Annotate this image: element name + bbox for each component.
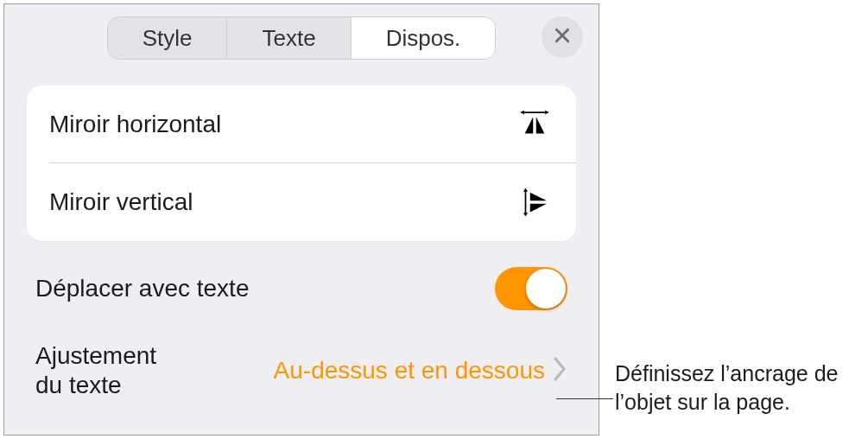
- close-icon: [554, 27, 571, 48]
- mirror-vertical-icon: [516, 184, 554, 220]
- move-with-text-row: Déplacer avec texte: [4, 241, 599, 315]
- callout-text: Définissez l’ancrage de l’objet sur la p…: [615, 359, 865, 416]
- mirror-horizontal-icon: [516, 106, 554, 143]
- tab-text[interactable]: Texte: [227, 17, 351, 59]
- text-wrap-label: Ajustement du texte: [35, 341, 200, 399]
- chevron-right-icon: [552, 356, 567, 385]
- text-wrap-value: Au-dessus et en dessous: [200, 357, 552, 385]
- mirror-card: Miroir horizontal Miroir vertical: [27, 86, 576, 241]
- toggle-knob: [526, 269, 566, 309]
- panel-header: Style Texte Dispos.: [4, 4, 599, 68]
- close-button[interactable]: [542, 16, 583, 58]
- mirror-horizontal-row[interactable]: Miroir horizontal: [27, 86, 576, 163]
- mirror-vertical-label: Miroir vertical: [49, 188, 193, 216]
- mirror-vertical-row[interactable]: Miroir vertical: [27, 163, 576, 241]
- tab-style[interactable]: Style: [108, 17, 228, 59]
- svg-marker-9: [530, 204, 547, 213]
- segmented-control: Style Texte Dispos.: [107, 16, 497, 60]
- svg-marker-1: [521, 110, 524, 114]
- callout-leader-line: [556, 398, 613, 399]
- move-with-text-label: Déplacer avec texte: [35, 275, 249, 302]
- svg-marker-6: [523, 188, 528, 192]
- format-panel: Style Texte Dispos. Miroir horizontal: [3, 3, 599, 436]
- move-with-text-toggle[interactable]: [495, 267, 567, 310]
- svg-marker-7: [523, 213, 528, 216]
- tab-dispos[interactable]: Dispos.: [352, 17, 496, 59]
- svg-marker-3: [525, 117, 534, 133]
- svg-marker-2: [545, 110, 548, 114]
- mirror-horizontal-label: Miroir horizontal: [49, 111, 221, 138]
- svg-marker-4: [536, 117, 545, 133]
- text-wrap-row[interactable]: Ajustement du texte Au-dessus et en dess…: [4, 315, 599, 399]
- svg-marker-8: [530, 193, 547, 201]
